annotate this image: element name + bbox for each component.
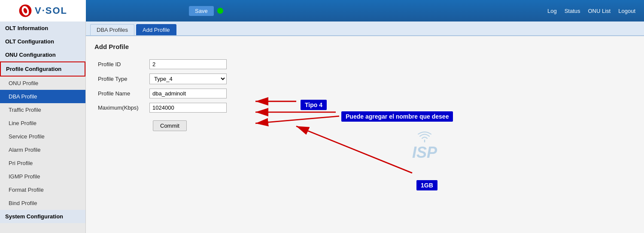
svg-line-6	[255, 116, 339, 123]
tabs-bar: DBA Profiles Add Profile	[86, 21, 644, 36]
sidebar-item-line-profile[interactable]: Line Profile	[0, 116, 85, 130]
vsol-logo-icon	[18, 4, 32, 18]
sidebar-item-olt-info[interactable]: OLT Information	[0, 21, 85, 35]
tab-dba-profiles[interactable]: DBA Profiles	[90, 24, 134, 35]
save-area: Save	[189, 6, 223, 16]
profile-type-cell: Type_1 Type_2 Type_3 Type_4 Type_5	[146, 71, 230, 86]
svg-line-7	[296, 126, 412, 173]
sidebar-item-igmp-profile[interactable]: IGMP Profile	[0, 170, 85, 183]
sidebar-item-olt-config[interactable]: OLT Configuration	[0, 35, 85, 48]
status-link[interactable]: Status	[565, 8, 580, 14]
commit-cell: Commit	[146, 115, 230, 133]
sidebar-item-format-profile[interactable]: Format Profile	[0, 183, 85, 196]
annotation-nombre: Puede agregar el nombre que desee	[341, 111, 453, 122]
profile-id-cell	[146, 57, 230, 71]
commit-button[interactable]: Commit	[153, 120, 187, 131]
sidebar-item-onu-profile[interactable]: ONU Profile	[0, 77, 85, 90]
profile-id-input[interactable]	[149, 59, 227, 69]
sidebar-item-service-profile[interactable]: Service Profile	[0, 130, 85, 143]
sidebar-item-bind-profile[interactable]: Bind Profile	[0, 196, 85, 210]
maximum-input[interactable]	[149, 103, 227, 113]
logout-link[interactable]: Logout	[618, 8, 635, 14]
sidebar-item-traffic-profile[interactable]: Traffic Profile	[0, 103, 85, 116]
profile-name-row: Profile Name	[94, 86, 230, 101]
status-indicator	[217, 8, 223, 14]
logo-area: V·SOL	[0, 0, 86, 21]
header-nav: Log Status ONU List Logout	[547, 8, 635, 14]
isp-text: ISP	[412, 144, 437, 162]
tab-add-profile[interactable]: Add Profile	[136, 24, 176, 35]
log-link[interactable]: Log	[547, 8, 557, 14]
profile-name-cell	[146, 86, 230, 101]
sidebar-item-profile-config[interactable]: Profile Configuration	[0, 61, 85, 77]
profile-name-input[interactable]	[149, 89, 227, 98]
isp-watermark: ISP	[412, 131, 437, 162]
sidebar-item-alarm-profile[interactable]: Alarm Profile	[0, 143, 85, 156]
sidebar-item-dba-profile[interactable]: DBA Profile	[0, 90, 85, 103]
profile-type-row: Profile Type Type_1 Type_2 Type_3 Type_4…	[94, 71, 230, 86]
profile-name-label: Profile Name	[94, 86, 146, 101]
wifi-icon	[417, 131, 432, 145]
content-title: Add Profile	[94, 43, 635, 50]
maximum-cell	[146, 101, 230, 115]
annotation-1gb: 1GB	[416, 180, 437, 190]
logo-text: V·SOL	[35, 5, 67, 16]
save-button[interactable]: Save	[189, 6, 214, 16]
profile-id-label: Profile ID	[94, 57, 146, 71]
sidebar: OLT Information OLT Configuration ONU Co…	[0, 21, 86, 233]
maximum-label: Maximum(Kbps)	[94, 101, 146, 115]
sidebar-item-pri-profile[interactable]: Pri Profile	[0, 156, 85, 170]
add-profile-form: Profile ID Profile Type Type_1 Type_2 Ty…	[94, 57, 230, 133]
main-content: DBA Profiles Add Profile Add Profile Pro…	[86, 21, 644, 233]
annotation-tipo4: Tipo 4	[301, 100, 327, 110]
sidebar-item-system-config[interactable]: System Configuration	[0, 210, 85, 223]
content-area: Add Profile Profile ID Profile Type Type…	[86, 36, 644, 233]
onu-list-link[interactable]: ONU List	[588, 8, 611, 14]
sidebar-item-onu-config[interactable]: ONU Configuration	[0, 48, 85, 61]
commit-row: Commit	[94, 115, 230, 133]
profile-id-row: Profile ID	[94, 57, 230, 71]
profile-type-select[interactable]: Type_1 Type_2 Type_3 Type_4 Type_5	[149, 74, 227, 84]
maximum-row: Maximum(Kbps)	[94, 101, 230, 115]
profile-type-label: Profile Type	[94, 71, 146, 86]
